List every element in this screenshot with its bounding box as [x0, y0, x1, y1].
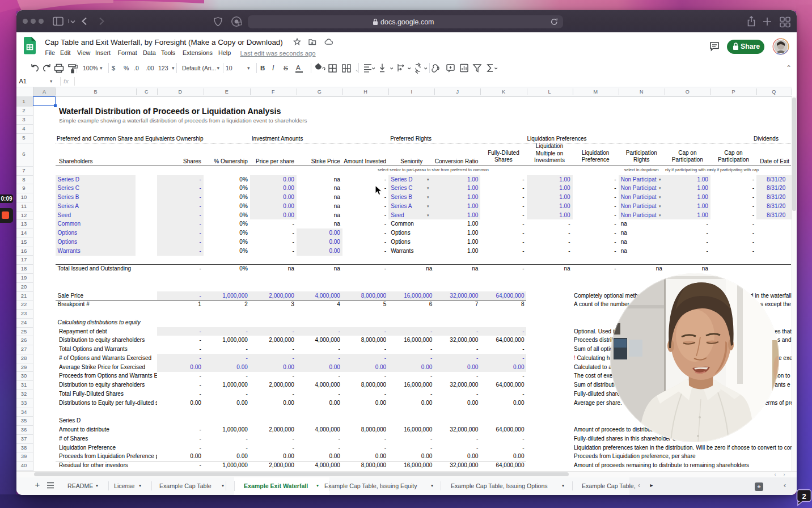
svg-text:2: 2	[802, 492, 806, 501]
